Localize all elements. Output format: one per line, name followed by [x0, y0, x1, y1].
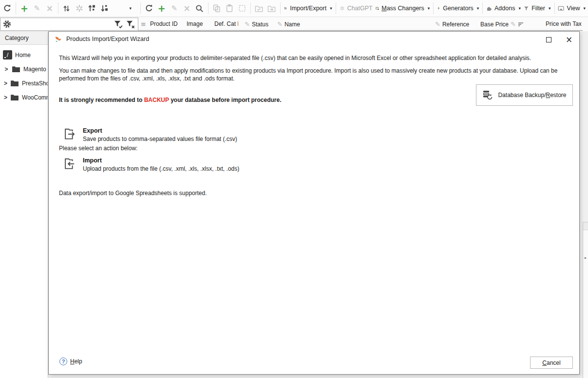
mass-changers-dropdown[interactable]: Mass Changers ▾ — [374, 2, 432, 15]
column-header-def-cat-id[interactable]: Def. Cat ID — [214, 20, 238, 27]
category-filter-input[interactable] — [12, 20, 114, 29]
category-chatgpt-button[interactable] — [73, 2, 86, 15]
grid-menu-button[interactable]: ≡ — [141, 20, 146, 28]
plus-icon: + — [158, 4, 166, 13]
column-header-name[interactable]: ✎Name — [277, 20, 300, 28]
close-button[interactable]: × — [562, 34, 576, 45]
apply-filter-icon[interactable] — [114, 20, 124, 29]
refresh-icon — [2, 3, 12, 13]
edit-category-button[interactable]: ✎ — [31, 2, 43, 15]
delete-category-button[interactable]: × — [43, 2, 56, 15]
column-header-price-with-tax[interactable]: Price with Tax — [546, 20, 582, 27]
add-category-button[interactable]: + — [18, 2, 31, 15]
help-link[interactable]: ? Help — [59, 358, 82, 365]
close-icon: × — [184, 4, 190, 13]
sort-lines-icon — [518, 22, 524, 27]
column-header-image[interactable]: Image — [187, 20, 203, 27]
copy-product-button[interactable] — [210, 2, 223, 15]
column-header-base-price[interactable]: Base Price✎ — [480, 20, 524, 28]
copy-to-category-button[interactable] — [253, 2, 266, 15]
tree-item-label: WooComm — [22, 94, 48, 101]
import-description: Upload products from the file (.csv, .xm… — [83, 165, 239, 172]
export-action[interactable]: Export Save products to comma-separated … — [63, 127, 237, 142]
add-product-button[interactable]: + — [155, 2, 168, 15]
lightning-icon — [437, 4, 440, 13]
import-export-dropdown[interactable]: Import/Export ▾ — [282, 2, 333, 15]
clear-filter-icon[interactable] — [126, 20, 136, 29]
chatgpt-button[interactable]: ChatGPT — [338, 2, 374, 15]
help-label: Help — [70, 358, 82, 365]
generators-dropdown[interactable]: Generators ▾ — [436, 2, 480, 15]
refresh-products-button[interactable] — [143, 2, 155, 15]
view-label: View — [567, 5, 580, 12]
cancel-button[interactable]: Cancel — [530, 357, 573, 369]
folder-icon — [12, 65, 20, 73]
wizard-intro-paragraph: This Wizard will help you in exporting y… — [59, 54, 571, 62]
level-down-icon — [100, 3, 110, 13]
chevron-down-icon: ▾ — [130, 6, 132, 11]
chatgpt-label: ChatGPT — [347, 5, 373, 12]
paste-special-button[interactable] — [236, 2, 248, 15]
chevron-right-icon[interactable]: > — [4, 66, 9, 73]
toolbar-separator — [482, 2, 483, 14]
move-to-category-button[interactable] — [266, 2, 278, 15]
tree-item-label: Home — [15, 52, 31, 59]
column-header-product-id[interactable]: Product ID — [150, 20, 178, 27]
column-header-reference[interactable]: ✎Reference — [435, 20, 469, 28]
import-export-label: Import/Export — [290, 5, 326, 12]
refresh-icon — [144, 3, 154, 13]
home-root-icon: / — [3, 50, 12, 60]
folder-icon — [10, 80, 19, 87]
database-backup-icon — [482, 90, 493, 100]
wizard-import-paragraph: You can make changes to file data and th… — [59, 67, 571, 82]
dialog-title: Products Import/Export Wizard — [66, 36, 149, 42]
filter-label: Filter — [531, 5, 545, 12]
edit-product-button[interactable]: ✎ — [168, 2, 181, 15]
toolbar-separator — [58, 2, 58, 14]
dialog-titlebar[interactable]: Products Import/Export Wizard — [49, 32, 579, 46]
addons-dropdown[interactable]: Addons ▾ — [485, 2, 522, 15]
column-header-status[interactable]: ✎Status — [245, 20, 268, 28]
category-panel-header: Category — [0, 31, 48, 45]
chatgpt-icon — [340, 4, 345, 13]
move-level-down-button[interactable] — [98, 2, 111, 15]
sidebar-item-prestashop[interactable]: > PrestaSho — [0, 76, 48, 90]
search-icon — [195, 4, 204, 13]
maximize-button[interactable] — [541, 34, 556, 45]
database-backup-restore-button[interactable]: Database Backup/Restore — [476, 84, 573, 106]
import-action[interactable]: Import Upload products from the file (.c… — [63, 157, 239, 172]
second-toolbar-row: ≡ Product ID Image Def. Cat ID ✎Status ✎… — [0, 17, 588, 31]
import-title: Import — [83, 157, 239, 164]
search-products-button[interactable] — [193, 2, 206, 15]
category-import-export-button[interactable] — [60, 2, 73, 15]
import-folder-icon — [63, 157, 77, 171]
sidebar-item-magento[interactable]: > Magento — [0, 62, 48, 76]
sidebar-item-woocommerce[interactable]: > WooComm — [0, 90, 48, 104]
close-icon: × — [46, 4, 53, 13]
help-question-icon: ? — [59, 358, 67, 365]
toolbar-separator — [140, 2, 141, 14]
up-down-arrows-icon — [62, 4, 71, 13]
chevron-right-icon[interactable]: > — [4, 80, 7, 87]
category-more-dropdown[interactable]: ▾ — [124, 2, 136, 15]
chatgpt-icon — [75, 4, 84, 13]
sidebar-item-home[interactable]: / Home — [0, 48, 48, 62]
filter-dropdown[interactable]: Filter ▾ — [522, 2, 552, 15]
close-icon: × — [566, 35, 572, 44]
toolbar-separator — [554, 2, 555, 14]
chevron-down-icon: ▾ — [428, 6, 430, 11]
edit-icon: ✎ — [277, 20, 283, 28]
paste-special-icon — [238, 4, 247, 13]
up-down-arrows-icon — [284, 4, 287, 13]
delete-product-button[interactable]: × — [181, 2, 193, 15]
refresh-categories-button[interactable] — [1, 2, 14, 15]
gear-icon[interactable] — [2, 20, 12, 29]
export-title: Export — [83, 127, 237, 134]
collapsed-right-panel-splitter[interactable]: ▸ — [583, 222, 588, 378]
mass-changers-label: Mass Changers — [381, 5, 424, 12]
toolbar-separator — [208, 2, 209, 14]
move-level-up-button[interactable] — [86, 2, 98, 15]
chevron-right-icon[interactable]: > — [4, 94, 7, 101]
view-dropdown[interactable]: View ▾ — [556, 2, 587, 15]
paste-product-button[interactable] — [223, 2, 236, 15]
